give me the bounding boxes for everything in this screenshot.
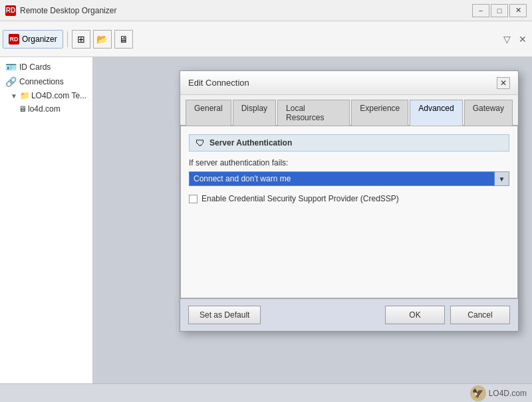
tabs-bar: General Display Local Resources Experien…: [180, 95, 518, 126]
toolbar-new-button[interactable]: ⊞: [72, 30, 90, 49]
sidebar-item-label: lo4d.com: [28, 104, 61, 114]
section-header-text: Server Authentication: [209, 138, 292, 148]
toolbar-separator-1: [67, 31, 68, 47]
minimize-button[interactable]: −: [472, 4, 489, 17]
title-bar: RD Remote Desktop Organizer − □ ✕: [0, 0, 532, 21]
title-bar-controls: − □ ✕: [472, 4, 527, 17]
dialog-footer: Set as Default OK Cancel: [180, 298, 518, 331]
shield-icon: 🛡: [195, 138, 205, 148]
id-cards-icon: 🪪: [5, 62, 17, 72]
lo4d-watermark: 🦅 LO4D.com: [470, 385, 527, 401]
checkbox-label: Enable Credential Security Support Provi…: [201, 194, 399, 203]
sidebar-item-id-cards[interactable]: 🪪 ID Cards: [0, 60, 92, 74]
organizer-label: Organizer: [22, 35, 57, 44]
app-body: RD Organizer ⊞ 📂 🖥 ▽ ✕ 🪪 ID Cards 🔗 Conn…: [0, 21, 532, 402]
toolbar-folder-button[interactable]: 📂: [93, 30, 112, 49]
toolbar-right: ▽ ✕: [500, 33, 529, 46]
close-button[interactable]: ✕: [509, 4, 527, 17]
filter-icon[interactable]: ▽: [500, 33, 513, 46]
main-area: 🪪 ID Cards 🔗 Connections ▼ 📁 LO4D.com Te…: [0, 57, 532, 383]
tab-display[interactable]: Display: [233, 100, 276, 126]
select-value: Connect and don't warn me: [194, 174, 291, 183]
dropdown-arrow-icon: ▼: [499, 175, 505, 183]
content-area: Edit Connection ✕ General Display Local …: [93, 57, 532, 383]
dialog-inner-panel: 🛡 Server Authentication If server authen…: [180, 126, 518, 298]
tree-expand-icon: ▼: [11, 92, 17, 100]
sidebar-item-lo4d-server[interactable]: 🖥 lo4d.com: [0, 102, 92, 116]
maximize-button[interactable]: □: [491, 4, 508, 17]
checkbox-row: Enable Credential Security Support Provi…: [189, 194, 509, 203]
organizer-icon: RD: [9, 34, 19, 45]
cancel-button[interactable]: Cancel: [450, 306, 510, 324]
sidebar-item-connections[interactable]: 🔗 Connections: [0, 74, 92, 89]
select-dropdown-button[interactable]: ▼: [495, 171, 509, 186]
field-label: If server authentication fails:: [189, 158, 509, 167]
set-default-button[interactable]: Set as Default: [188, 306, 261, 324]
organizer-button[interactable]: RD Organizer: [3, 30, 63, 49]
connections-icon: 🔗: [5, 76, 17, 87]
sidebar-item-label: ID Cards: [19, 62, 51, 72]
toolbar: RD Organizer ⊞ 📂 🖥 ▽ ✕: [0, 21, 532, 57]
select-row: Connect and don't warn me ▼: [189, 171, 509, 186]
section-header: 🛡 Server Authentication: [189, 134, 509, 151]
auth-select-field[interactable]: Connect and don't warn me: [189, 171, 495, 186]
server-icon: 🖥: [19, 104, 27, 114]
sidebar-item-label: Connections: [19, 77, 64, 86]
ok-button[interactable]: OK: [385, 306, 445, 324]
tab-gateway[interactable]: Gateway: [464, 100, 513, 126]
edit-connection-dialog: Edit Connection ✕ General Display Local …: [180, 70, 519, 332]
folder-icon: 📁: [20, 91, 30, 100]
watermark-text: LO4D.com: [489, 389, 527, 398]
tab-experience[interactable]: Experience: [351, 100, 408, 126]
toolbar-connect-button[interactable]: 🖥: [114, 30, 133, 49]
toolbar-close-icon[interactable]: ✕: [516, 33, 529, 46]
ok-cancel-group: OK Cancel: [385, 306, 510, 324]
sidebar-item-label: LO4D.com Te...: [31, 91, 86, 100]
app-icon: RD: [5, 5, 16, 16]
dialog-title-bar: Edit Connection ✕: [180, 71, 518, 95]
tab-advanced[interactable]: Advanced: [410, 100, 462, 126]
tab-general[interactable]: General: [186, 100, 231, 126]
tab-local-resources[interactable]: Local Resources: [277, 100, 350, 126]
status-bar: 🦅 LO4D.com: [0, 383, 532, 402]
dialog-title: Edit Connection: [188, 78, 249, 88]
sidebar: 🪪 ID Cards 🔗 Connections ▼ 📁 LO4D.com Te…: [0, 57, 93, 383]
app-title: Remote Desktop Organizer: [20, 6, 472, 15]
dialog-close-button[interactable]: ✕: [497, 77, 510, 89]
credssp-checkbox[interactable]: [189, 195, 198, 203]
sidebar-item-lo4d[interactable]: ▼ 📁 LO4D.com Te...: [0, 89, 92, 102]
watermark-bird-icon: 🦅: [470, 385, 486, 401]
